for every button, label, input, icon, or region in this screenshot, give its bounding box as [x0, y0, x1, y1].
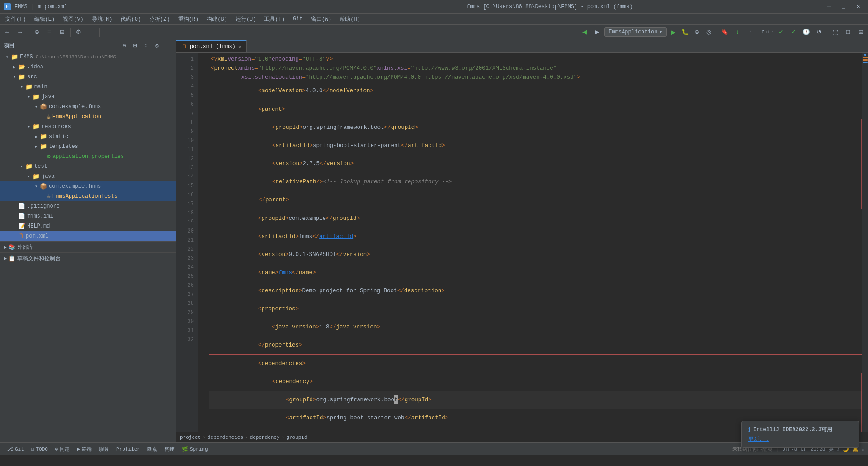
scratches-header[interactable]: ▶ 📋 草稿文件和控制台	[0, 253, 176, 264]
tree-arrow-java-main: ▾	[25, 94, 33, 100]
tree-item-help-md[interactable]: ▶ 📝 HELP.md	[0, 221, 176, 231]
breadcrumb-dependency[interactable]: dependency	[250, 435, 280, 440]
tree-item-test[interactable]: ▾ 📁 test	[0, 162, 176, 171]
tree-item-resources[interactable]: ▾ 📁 resources	[0, 122, 176, 132]
tree-arrow-package-test: ▾	[33, 184, 40, 189]
tree-item-gitignore[interactable]: ▶ 📄 .gitignore	[0, 201, 176, 211]
git-check2[interactable]: ✓	[788, 27, 799, 38]
sidebar-scope-btn[interactable]: ⊕	[120, 41, 129, 50]
toolbar-back[interactable]: ←	[2, 27, 13, 38]
tree-item-idea[interactable]: ▶ 📂 .idea	[0, 62, 176, 72]
window-controls: ─ □ ✕	[823, 1, 864, 12]
toolbar-extra1[interactable]: ⬚	[830, 27, 841, 38]
fold-btn-5[interactable]: −	[199, 89, 202, 94]
nav-left-arrow[interactable]: ◀	[579, 27, 590, 38]
notification-update-link[interactable]: 更新...	[748, 436, 769, 442]
fold-btn-24[interactable]: −	[199, 261, 202, 266]
menu-code[interactable]: 代码(O)	[117, 14, 145, 24]
bottom-tab-git[interactable]: ⎇ Git	[4, 443, 28, 456]
sidebar-hide-btn[interactable]: −	[163, 41, 172, 50]
menu-build[interactable]: 构建(B)	[203, 14, 231, 24]
menu-navigate[interactable]: 导航(N)	[88, 14, 116, 24]
bottom-tab-todo[interactable]: ☑ TODO	[28, 443, 52, 456]
menu-analyze[interactable]: 分析(Z)	[146, 14, 174, 24]
tree-label-fmms-app: FmmsApplication	[52, 114, 101, 120]
debug-button[interactable]: 🐛	[680, 27, 690, 37]
menu-refactor[interactable]: 重构(R)	[175, 14, 203, 24]
git-check1[interactable]: ✓	[775, 27, 786, 38]
vcs-push[interactable]: ↑	[745, 27, 756, 38]
toolbar-align[interactable]: ⊟	[57, 27, 67, 38]
test-folder-icon: 📁	[25, 163, 33, 170]
menu-edit[interactable]: 编辑(E)	[31, 14, 59, 24]
spring-label: Spring	[190, 447, 208, 452]
bottom-tab-build[interactable]: 构建	[161, 443, 178, 456]
code-content[interactable]: <?xml version="1.0" encoding="UTF-8"?> <…	[207, 53, 862, 432]
bottom-tab-breakpoints[interactable]: 断点	[144, 443, 161, 456]
menu-tools[interactable]: 工具(T)	[260, 14, 288, 24]
right-scroll-panel[interactable]	[862, 53, 868, 432]
tree-item-fmms-iml[interactable]: ▶ 📄 fmms.iml	[0, 211, 176, 221]
tree-item-app-props[interactable]: ▶ ⚙ application.properties	[0, 152, 176, 162]
package-icon: 📦	[40, 103, 47, 110]
menu-git[interactable]: Git	[289, 15, 307, 23]
code-line-6: <groupId>org.springframework.boot</group…	[209, 119, 862, 137]
tree-arrow-idea: ▶	[11, 64, 18, 70]
tree-item-fmms-tests[interactable]: ▶ ☕ FmmsApplicationTests	[0, 191, 176, 201]
tree-item-java-main[interactable]: ▾ 📁 java	[0, 92, 176, 102]
tree-item-package-main[interactable]: ▾ 📦 com.example.fmms	[0, 102, 176, 112]
sidebar-collapse-btn[interactable]: ⊟	[131, 41, 140, 50]
toolbar-extra2[interactable]: □	[843, 27, 854, 38]
sidebar-settings-btn[interactable]: ⚙	[152, 41, 161, 50]
tree-item-fmms-root[interactable]: ▾ 📁 FMMS C:\Users\86188\Desktop\FMMS	[0, 52, 176, 62]
close-button[interactable]: ✕	[852, 1, 864, 12]
menu-window[interactable]: 窗口(W)	[307, 14, 335, 24]
toolbar-settings[interactable]: ⚙	[73, 27, 84, 38]
toolbar-minus[interactable]: −	[86, 27, 97, 38]
run-config-dropdown[interactable]: FmmsApplication ▾	[604, 27, 666, 37]
git-undo[interactable]: ↺	[813, 27, 824, 38]
java-class-icon: ☕	[47, 113, 51, 120]
sidebar-sort-btn[interactable]: ↕	[142, 41, 151, 50]
nav-right-arrow[interactable]: ▶	[592, 27, 603, 38]
tree-item-java-test[interactable]: ▾ 📁 java	[0, 171, 176, 181]
menu-file[interactable]: 文件(F)	[2, 14, 30, 24]
breadcrumb-project[interactable]: project	[180, 435, 201, 440]
breadcrumb-groupid[interactable]: groupId	[286, 435, 307, 440]
bottom-tab-services[interactable]: 服务	[95, 443, 113, 456]
bottom-tab-terminal[interactable]: ▶ 终端	[73, 443, 95, 456]
tree-item-main[interactable]: ▾ 📁 main	[0, 82, 176, 92]
git-icon: ⎇	[7, 446, 13, 452]
templates-folder-icon: 📁	[40, 143, 47, 150]
tree-arrow-test: ▾	[18, 164, 25, 169]
tab-close-pom[interactable]: ✕	[238, 44, 241, 50]
tree-item-fmms-app[interactable]: ▶ ☕ FmmsApplication	[0, 112, 176, 122]
toolbar-add[interactable]: ⊕	[31, 27, 42, 38]
maximize-button[interactable]: □	[837, 1, 850, 12]
menu-help[interactable]: 帮助(H)	[336, 14, 364, 24]
git-clock[interactable]: 🕐	[801, 27, 811, 38]
run-button[interactable]: ▶	[669, 27, 679, 37]
tree-item-templates[interactable]: ▶ 📁 templates	[0, 142, 176, 152]
bottom-tab-profiler[interactable]: Profiler	[113, 443, 144, 456]
external-libs-header[interactable]: ▶ 📚 外部库	[0, 242, 176, 252]
tree-item-static[interactable]: ▶ 📁 static	[0, 132, 176, 142]
tree-item-src[interactable]: ▾ 📁 src	[0, 72, 176, 82]
profile-button[interactable]: ◎	[704, 27, 714, 37]
vcs-update[interactable]: ↓	[732, 27, 743, 38]
menu-view[interactable]: 视图(V)	[59, 14, 87, 24]
tab-pom-xml[interactable]: 🗒 pom.xml (fmms) ✕	[176, 40, 247, 52]
tree-item-package-test[interactable]: ▾ 📦 com.example.fmms	[0, 181, 176, 191]
toolbar-layout[interactable]: ≡	[44, 27, 55, 38]
minimize-button[interactable]: ─	[823, 1, 835, 12]
toolbar-forward[interactable]: →	[14, 27, 25, 38]
coverage-button[interactable]: ⊕	[692, 27, 702, 37]
menu-run[interactable]: 运行(U)	[232, 14, 260, 24]
bottom-tab-problems[interactable]: ⊗ 问题	[52, 443, 74, 456]
bookmark-button[interactable]: 🔖	[720, 27, 731, 38]
toolbar-extra3[interactable]: ⊞	[855, 27, 866, 38]
tree-item-pom-xml[interactable]: ▶ 🗒 pom.xml	[0, 231, 176, 241]
bottom-tab-spring[interactable]: 🌿 Spring	[178, 443, 212, 456]
breadcrumb-dependencies[interactable]: dependencies	[208, 435, 243, 440]
fold-btn-19[interactable]: −	[199, 216, 202, 221]
